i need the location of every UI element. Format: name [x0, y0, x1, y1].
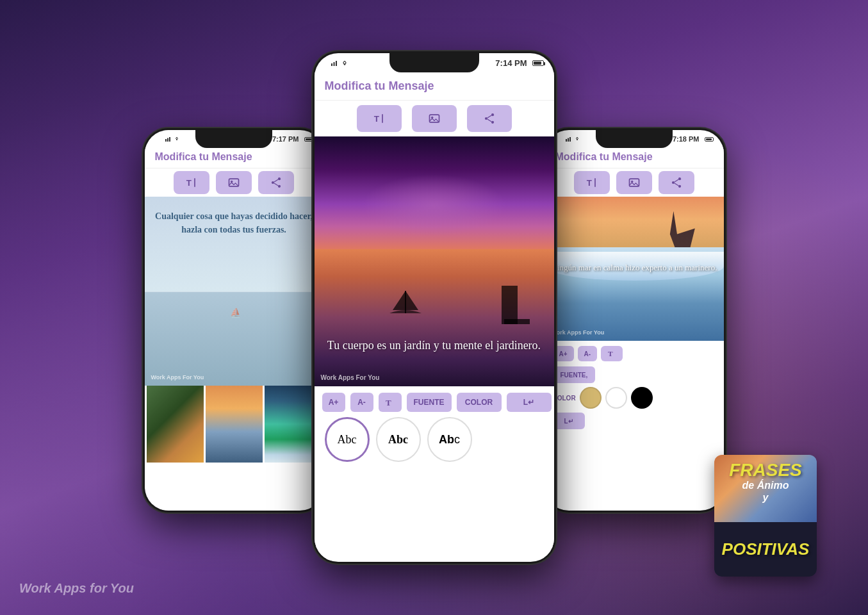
phone-right-time: 7:18 PM: [673, 135, 700, 143]
svg-text:T: T: [373, 114, 379, 124]
logo-positivas: POSITIVAS: [722, 539, 810, 559]
svg-rect-14: [333, 62, 334, 66]
phone-left-quote: Cualquier cosa que hayas decidido hacer,…: [151, 209, 317, 236]
phone-right-bottom-panel: A+ A- T FUENTE, COLOR L↵: [545, 341, 724, 509]
logo-top-section: FRASES de Ánimo y: [714, 455, 817, 522]
phone-center-font-samples: Abc Abc Abc: [315, 414, 554, 467]
phone-right-text-btn[interactable]: T: [574, 171, 610, 194]
font-sample-cursive[interactable]: Abc: [325, 417, 370, 462]
phone-center-image-btn[interactable]: [412, 105, 457, 132]
svg-rect-13: [331, 63, 332, 66]
text-format-icon: T: [585, 176, 598, 189]
svg-point-21: [491, 113, 493, 116]
phone-right-font-controls: A+ A- T: [545, 341, 724, 364]
font-type-btn[interactable]: T: [379, 393, 402, 412]
font-size-up-btn[interactable]: A+: [322, 393, 345, 412]
phone-center-header: Modifica tu Mensaje: [315, 72, 554, 101]
svg-point-3: [176, 139, 177, 140]
phone-right-image-area: Ningún mar en calma hizo experto a un ma…: [545, 197, 724, 341]
svg-rect-30: [569, 137, 571, 142]
phone-center-notch: [389, 53, 479, 72]
phone-left-header: Modifica tu Mensaje: [145, 145, 323, 168]
svg-point-36: [678, 177, 681, 180]
svg-point-31: [577, 139, 578, 140]
svg-rect-2: [169, 137, 170, 142]
phone-left-share-btn[interactable]: [258, 171, 294, 194]
phone-right-inner: 7:18 PM Modifica tu Mensaje T: [545, 130, 724, 511]
phone-center-toolbar: T: [315, 101, 554, 136]
svg-rect-1: [167, 138, 168, 142]
svg-point-38: [678, 185, 681, 188]
phone-left-notch: [195, 130, 272, 148]
phone-left: 7:17 PM Modifica tu Mensaje T: [143, 128, 325, 512]
svg-text:T: T: [587, 178, 592, 188]
svg-rect-15: [336, 61, 337, 66]
phone-right-share-btn[interactable]: [659, 171, 694, 194]
phone-center-share-btn[interactable]: [467, 105, 512, 132]
svg-rect-0: [165, 139, 167, 142]
svg-text:T: T: [186, 178, 192, 188]
phone-left-time: 7:17 PM: [272, 135, 299, 143]
font-sample-sans[interactable]: Abc: [427, 417, 472, 462]
thumbnail-forest[interactable]: [147, 386, 204, 463]
font-sample-serif[interactable]: Abc: [376, 417, 421, 462]
logo-title-frases: FRASES: [729, 461, 802, 479]
thumbnail-sunset[interactable]: [206, 386, 263, 463]
logo-de-animo: de Ánimo: [742, 480, 789, 491]
app-logo: FRASES de Ánimo y POSITIVAS: [714, 455, 817, 577]
svg-line-24: [487, 115, 491, 118]
phone-left-inner: 7:17 PM Modifica tu Mensaje T: [145, 130, 323, 511]
color-swatch-white[interactable]: [605, 387, 627, 409]
phone-center-text-btn[interactable]: T: [357, 105, 402, 132]
font-type-btn-r[interactable]: T: [601, 346, 623, 361]
phone-center-quote: Tu cuerpo es un jardín y tu mente el jar…: [327, 337, 541, 354]
svg-line-39: [675, 179, 678, 182]
text-format-icon: T: [373, 112, 386, 125]
fuente-btn[interactable]: FUENTE: [407, 393, 452, 412]
phone-center-watermark: Work Apps For You: [321, 374, 380, 381]
font-size-down-btn-r[interactable]: A-: [578, 346, 598, 361]
phone-right: 7:18 PM Modifica tu Mensaje T: [543, 128, 726, 512]
fuente-btn-r[interactable]: FUENTE,: [553, 366, 596, 383]
svg-point-37: [672, 181, 675, 184]
logo-y: y: [763, 492, 769, 503]
phone-center-image-area: Tu cuerpo es un jardín y tu mente el jar…: [315, 136, 554, 386]
phone-center-inner: 7:14 PM Modifica tu Mensaje T: [315, 53, 554, 562]
phone-center-font-controls: A+ A- T FUENTE COLOR L↵: [315, 386, 554, 414]
color-swatch-gold[interactable]: [580, 387, 602, 409]
phone-left-text-btn[interactable]: T: [174, 171, 209, 194]
color-swatch-black[interactable]: [631, 387, 653, 409]
phone-left-watermark: Work Apps For You: [151, 374, 204, 381]
share-icon: [483, 112, 496, 125]
svg-point-22: [484, 117, 487, 120]
phone-center-time: 7:14 PM: [495, 58, 527, 68]
svg-point-23: [491, 121, 493, 124]
svg-line-12: [274, 183, 278, 186]
phone-left-thumbnails: [147, 386, 322, 463]
svg-point-16: [343, 63, 345, 65]
text-format-icon: T: [185, 176, 198, 189]
svg-rect-29: [568, 138, 569, 142]
lines-btn-r[interactable]: L↵: [553, 413, 585, 429]
svg-point-10: [278, 185, 281, 188]
image-icon: [428, 112, 441, 125]
logo-subtitle-de-animo: de Ánimo y: [737, 479, 794, 504]
phone-left-image-btn[interactable]: [216, 171, 252, 194]
phone-left-bg: ⛵ Cualquier cosa que hayas decidido hace…: [145, 197, 323, 386]
font-size-down-btn[interactable]: A-: [350, 393, 373, 412]
phone-right-header: Modifica tu Mensaje: [545, 145, 724, 168]
svg-text:T: T: [386, 398, 391, 407]
phone-center-bottom-panel: A+ A- T FUENTE COLOR L↵ Abc Abc Abc: [315, 386, 554, 560]
svg-rect-28: [566, 139, 567, 142]
svg-point-8: [278, 177, 281, 180]
svg-line-11: [274, 179, 278, 182]
color-label-r: COLOR: [553, 395, 576, 402]
logo-bottom-section: POSITIVAS: [714, 522, 817, 577]
color-btn[interactable]: COLOR: [457, 393, 502, 412]
phone-right-image-btn[interactable]: [616, 171, 652, 194]
share-icon: [670, 176, 683, 189]
share-icon: [270, 176, 283, 189]
main-watermark: Work Apps for You: [19, 581, 134, 596]
image-icon: [227, 176, 240, 189]
lines-btn[interactable]: L↵: [507, 393, 552, 412]
